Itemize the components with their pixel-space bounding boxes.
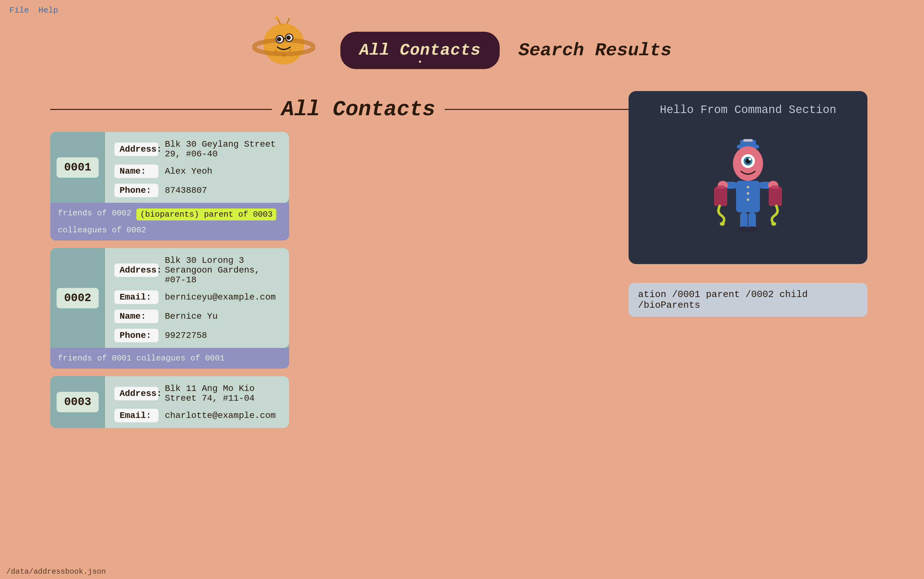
svg-point-36 <box>771 222 776 226</box>
tag-0[interactable]: friends of 0002 <box>58 208 131 221</box>
field-row-address: Address: Blk 30 Geylang Street 29, #06-4… <box>115 139 280 159</box>
phone-value-2: 99272758 <box>165 330 207 340</box>
status-bar: /data/addressbook.json <box>6 568 106 576</box>
field-row-phone: Phone: 87438807 <box>115 184 280 197</box>
address-label-2: Address: <box>115 263 158 277</box>
contact-card-inner-3: 0003 Address: Blk 11 Ang Mo Kio Street 7… <box>50 376 289 428</box>
command-input-area[interactable]: ation /0001 parent /0002 child /bioParen… <box>629 283 867 317</box>
email-label-2: Email: <box>115 290 158 304</box>
svg-point-40 <box>747 226 758 233</box>
svg-point-5 <box>286 36 291 40</box>
contact-details: Address: Blk 30 Geylang Street 29, #06-4… <box>105 132 289 203</box>
svg-rect-23 <box>736 181 760 212</box>
contact-id-section-2: 0002 <box>50 248 105 348</box>
tag-1[interactable]: (bioparents) parent of 0003 <box>136 208 276 221</box>
contact-details-3: Address: Blk 11 Ang Mo Kio Street 74, #1… <box>105 376 289 428</box>
address-label: Address: <box>115 142 158 156</box>
address-value: Blk 30 Geylang Street 29, #06-40 <box>165 139 280 159</box>
svg-point-12 <box>274 50 277 53</box>
bellhop-monster-icon <box>714 139 783 239</box>
svg-point-3 <box>277 37 281 41</box>
contact-card-inner: 0001 Address: Blk 30 Geylang Street 29, … <box>50 132 289 203</box>
contact-id-section: 0001 <box>50 132 105 203</box>
tag-2[interactable]: colleagues of 0002 <box>58 226 146 235</box>
command-title: Hello From Command Section <box>641 104 855 116</box>
tag-2-1[interactable]: colleagues of 0001 <box>136 353 225 363</box>
svg-rect-31 <box>714 187 727 206</box>
command-input-text: ation /0001 parent /0002 child /bioParen… <box>638 289 808 311</box>
all-contacts-button[interactable]: All Contacts <box>340 32 499 69</box>
email-value-3: charlotte@example.com <box>165 411 276 420</box>
contact-card-0002[interactable]: 0002 Address: Blk 30 Lorong 3 Serangoon … <box>50 248 289 369</box>
svg-point-14 <box>282 53 286 57</box>
contacts-list: 0001 Address: Blk 30 Geylang Street 29, … <box>50 132 289 428</box>
svg-line-11 <box>287 18 289 23</box>
page-title: All Contacts <box>281 97 435 121</box>
menu-file[interactable]: File <box>10 6 29 15</box>
svg-rect-34 <box>769 187 782 206</box>
contact-details-2: Address: Blk 30 Lorong 3 Serangoon Garde… <box>105 248 289 348</box>
tag-2-0[interactable]: friends of 0001 <box>58 353 131 363</box>
bellhop-monster-area <box>641 126 855 252</box>
contact-id-2: 0002 <box>57 288 99 308</box>
contact-id: 0001 <box>57 157 99 178</box>
name-value: Alex Yeoh <box>165 167 212 176</box>
name-label: Name: <box>115 165 158 178</box>
svg-rect-35 <box>771 186 780 189</box>
email-label-3: Email: <box>115 409 158 422</box>
app-logo <box>253 16 322 85</box>
field-row-email-3: Email: charlotte@example.com <box>115 409 280 422</box>
planet-icon <box>253 16 315 72</box>
contact-id-3: 0003 <box>57 392 99 412</box>
menu-help[interactable]: Help <box>38 6 58 15</box>
svg-rect-32 <box>717 186 725 189</box>
email-value-2: berniceyu@example.com <box>165 292 276 302</box>
phone-label-2: Phone: <box>115 329 158 342</box>
command-card: Hello From Command Section <box>629 91 867 264</box>
name-value-2: Bernice Yu <box>165 311 217 321</box>
field-row-address-3: Address: Blk 11 Ang Mo Kio Street 74, #1… <box>115 384 280 403</box>
svg-point-10 <box>275 16 279 20</box>
address-value-3: Blk 11 Ang Mo Kio Street 74, #11-04 <box>165 384 280 403</box>
svg-rect-17 <box>743 139 753 142</box>
svg-point-13 <box>289 49 291 51</box>
svg-point-25 <box>747 192 749 195</box>
svg-point-26 <box>747 198 749 201</box>
field-row-name-2: Name: Bernice Yu <box>115 309 280 323</box>
tags-section-0002: friends of 0001 colleagues of 0001 <box>50 348 289 369</box>
svg-point-33 <box>720 222 725 226</box>
contact-id-section-3: 0003 <box>50 376 105 428</box>
right-panel: Hello From Command Section <box>629 91 867 317</box>
address-label-3: Address: <box>115 387 158 400</box>
field-row-name: Name: Alex Yeoh <box>115 165 280 178</box>
title-line-left <box>50 109 272 110</box>
svg-point-0 <box>263 23 304 64</box>
page-title-section: All Contacts <box>50 97 666 121</box>
phone-value: 87438807 <box>165 186 207 195</box>
phone-label: Phone: <box>115 184 158 197</box>
search-results-label: Search Results <box>519 40 671 61</box>
contact-card-inner-2: 0002 Address: Blk 30 Lorong 3 Serangoon … <box>50 248 289 348</box>
field-row-address-2: Address: Blk 30 Lorong 3 Serangoon Garde… <box>115 255 280 285</box>
contact-card-0003[interactable]: 0003 Address: Blk 11 Ang Mo Kio Street 7… <box>50 376 289 428</box>
header: All Contacts Search Results <box>0 16 924 85</box>
svg-point-22 <box>748 158 751 160</box>
field-row-email-2: Email: berniceyu@example.com <box>115 290 280 304</box>
svg-point-24 <box>747 186 749 188</box>
status-bar-text: /data/addressbook.json <box>6 568 106 576</box>
contact-card-0001[interactable]: 0001 Address: Blk 30 Geylang Street 29, … <box>50 132 289 240</box>
tags-section-0001: friends of 0002 (bioparents) parent of 0… <box>50 203 289 240</box>
name-label-2: Name: <box>115 309 158 323</box>
address-value-2: Blk 30 Lorong 3 Serangoon Gardens, #07-1… <box>165 255 280 285</box>
field-row-phone-2: Phone: 99272758 <box>115 329 280 342</box>
